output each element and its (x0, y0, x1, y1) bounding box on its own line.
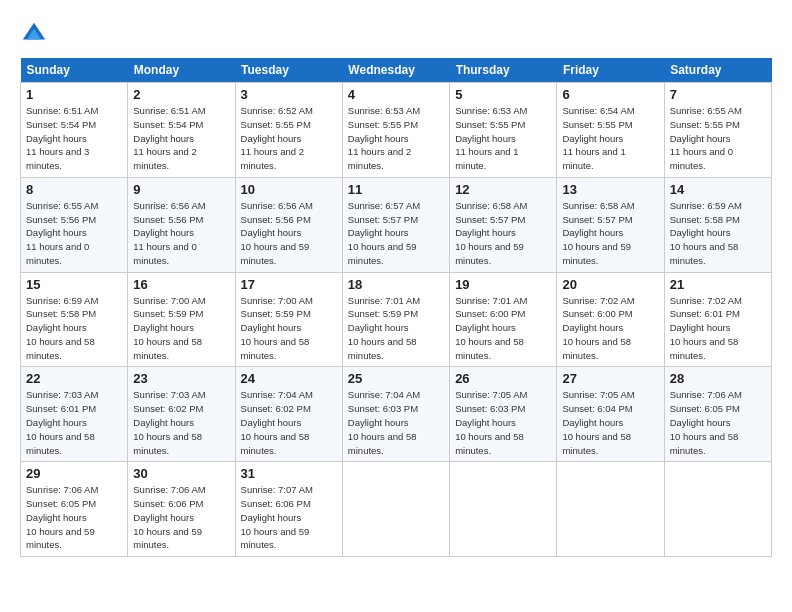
calendar-cell: 28 Sunrise: 7:06 AM Sunset: 6:05 PM Dayl… (664, 367, 771, 462)
day-info: Sunrise: 6:54 AM Sunset: 5:55 PM Dayligh… (562, 104, 658, 173)
day-number: 16 (133, 277, 229, 292)
day-number: 5 (455, 87, 551, 102)
day-number: 9 (133, 182, 229, 197)
calendar-cell (450, 462, 557, 557)
day-number: 27 (562, 371, 658, 386)
calendar-cell: 27 Sunrise: 7:05 AM Sunset: 6:04 PM Dayl… (557, 367, 664, 462)
day-info: Sunrise: 7:02 AM Sunset: 6:00 PM Dayligh… (562, 294, 658, 363)
calendar-cell: 31 Sunrise: 7:07 AM Sunset: 6:06 PM Dayl… (235, 462, 342, 557)
calendar-week-row: 29 Sunrise: 7:06 AM Sunset: 6:05 PM Dayl… (21, 462, 772, 557)
calendar-cell: 15 Sunrise: 6:59 AM Sunset: 5:58 PM Dayl… (21, 272, 128, 367)
day-number: 13 (562, 182, 658, 197)
day-number: 4 (348, 87, 444, 102)
calendar-cell: 26 Sunrise: 7:05 AM Sunset: 6:03 PM Dayl… (450, 367, 557, 462)
day-number: 28 (670, 371, 766, 386)
day-info: Sunrise: 7:01 AM Sunset: 5:59 PM Dayligh… (348, 294, 444, 363)
day-number: 18 (348, 277, 444, 292)
day-info: Sunrise: 7:00 AM Sunset: 5:59 PM Dayligh… (133, 294, 229, 363)
calendar-cell (342, 462, 449, 557)
day-info: Sunrise: 7:06 AM Sunset: 6:05 PM Dayligh… (670, 388, 766, 457)
day-info: Sunrise: 7:05 AM Sunset: 6:04 PM Dayligh… (562, 388, 658, 457)
calendar-table: SundayMondayTuesdayWednesdayThursdayFrid… (20, 58, 772, 557)
day-number: 21 (670, 277, 766, 292)
day-number: 17 (241, 277, 337, 292)
day-info: Sunrise: 7:05 AM Sunset: 6:03 PM Dayligh… (455, 388, 551, 457)
header-sunday: Sunday (21, 58, 128, 83)
calendar-cell: 5 Sunrise: 6:53 AM Sunset: 5:55 PM Dayli… (450, 83, 557, 178)
day-info: Sunrise: 6:56 AM Sunset: 5:56 PM Dayligh… (133, 199, 229, 268)
day-info: Sunrise: 7:02 AM Sunset: 6:01 PM Dayligh… (670, 294, 766, 363)
calendar-cell: 23 Sunrise: 7:03 AM Sunset: 6:02 PM Dayl… (128, 367, 235, 462)
day-number: 10 (241, 182, 337, 197)
calendar-cell: 17 Sunrise: 7:00 AM Sunset: 5:59 PM Dayl… (235, 272, 342, 367)
day-number: 19 (455, 277, 551, 292)
calendar-cell: 29 Sunrise: 7:06 AM Sunset: 6:05 PM Dayl… (21, 462, 128, 557)
calendar-cell: 19 Sunrise: 7:01 AM Sunset: 6:00 PM Dayl… (450, 272, 557, 367)
day-info: Sunrise: 6:58 AM Sunset: 5:57 PM Dayligh… (455, 199, 551, 268)
day-info: Sunrise: 7:00 AM Sunset: 5:59 PM Dayligh… (241, 294, 337, 363)
day-number: 24 (241, 371, 337, 386)
day-info: Sunrise: 7:04 AM Sunset: 6:03 PM Dayligh… (348, 388, 444, 457)
day-info: Sunrise: 6:56 AM Sunset: 5:56 PM Dayligh… (241, 199, 337, 268)
day-info: Sunrise: 6:51 AM Sunset: 5:54 PM Dayligh… (133, 104, 229, 173)
day-info: Sunrise: 7:01 AM Sunset: 6:00 PM Dayligh… (455, 294, 551, 363)
day-number: 7 (670, 87, 766, 102)
calendar-cell: 3 Sunrise: 6:52 AM Sunset: 5:55 PM Dayli… (235, 83, 342, 178)
calendar-cell (557, 462, 664, 557)
header-tuesday: Tuesday (235, 58, 342, 83)
calendar-week-row: 15 Sunrise: 6:59 AM Sunset: 5:58 PM Dayl… (21, 272, 772, 367)
day-number: 26 (455, 371, 551, 386)
calendar-cell: 9 Sunrise: 6:56 AM Sunset: 5:56 PM Dayli… (128, 177, 235, 272)
day-info: Sunrise: 6:55 AM Sunset: 5:56 PM Dayligh… (26, 199, 122, 268)
day-info: Sunrise: 7:06 AM Sunset: 6:06 PM Dayligh… (133, 483, 229, 552)
calendar-cell: 11 Sunrise: 6:57 AM Sunset: 5:57 PM Dayl… (342, 177, 449, 272)
day-number: 22 (26, 371, 122, 386)
logo (20, 20, 52, 48)
calendar-cell: 21 Sunrise: 7:02 AM Sunset: 6:01 PM Dayl… (664, 272, 771, 367)
calendar-cell: 4 Sunrise: 6:53 AM Sunset: 5:55 PM Dayli… (342, 83, 449, 178)
day-number: 31 (241, 466, 337, 481)
day-info: Sunrise: 7:06 AM Sunset: 6:05 PM Dayligh… (26, 483, 122, 552)
logo-icon (20, 20, 48, 48)
day-info: Sunrise: 6:53 AM Sunset: 5:55 PM Dayligh… (455, 104, 551, 173)
calendar-cell: 8 Sunrise: 6:55 AM Sunset: 5:56 PM Dayli… (21, 177, 128, 272)
calendar-cell (664, 462, 771, 557)
calendar-week-row: 22 Sunrise: 7:03 AM Sunset: 6:01 PM Dayl… (21, 367, 772, 462)
calendar-cell: 12 Sunrise: 6:58 AM Sunset: 5:57 PM Dayl… (450, 177, 557, 272)
day-info: Sunrise: 6:57 AM Sunset: 5:57 PM Dayligh… (348, 199, 444, 268)
calendar-cell: 1 Sunrise: 6:51 AM Sunset: 5:54 PM Dayli… (21, 83, 128, 178)
day-info: Sunrise: 7:03 AM Sunset: 6:02 PM Dayligh… (133, 388, 229, 457)
header (20, 20, 772, 48)
calendar-cell: 25 Sunrise: 7:04 AM Sunset: 6:03 PM Dayl… (342, 367, 449, 462)
day-info: Sunrise: 6:53 AM Sunset: 5:55 PM Dayligh… (348, 104, 444, 173)
day-info: Sunrise: 7:04 AM Sunset: 6:02 PM Dayligh… (241, 388, 337, 457)
day-number: 25 (348, 371, 444, 386)
day-number: 6 (562, 87, 658, 102)
calendar-cell: 7 Sunrise: 6:55 AM Sunset: 5:55 PM Dayli… (664, 83, 771, 178)
calendar-week-row: 1 Sunrise: 6:51 AM Sunset: 5:54 PM Dayli… (21, 83, 772, 178)
day-number: 3 (241, 87, 337, 102)
calendar-cell: 18 Sunrise: 7:01 AM Sunset: 5:59 PM Dayl… (342, 272, 449, 367)
day-number: 23 (133, 371, 229, 386)
day-info: Sunrise: 6:52 AM Sunset: 5:55 PM Dayligh… (241, 104, 337, 173)
day-info: Sunrise: 7:03 AM Sunset: 6:01 PM Dayligh… (26, 388, 122, 457)
day-number: 15 (26, 277, 122, 292)
day-number: 30 (133, 466, 229, 481)
calendar-cell: 14 Sunrise: 6:59 AM Sunset: 5:58 PM Dayl… (664, 177, 771, 272)
calendar-cell: 22 Sunrise: 7:03 AM Sunset: 6:01 PM Dayl… (21, 367, 128, 462)
calendar-cell: 2 Sunrise: 6:51 AM Sunset: 5:54 PM Dayli… (128, 83, 235, 178)
header-wednesday: Wednesday (342, 58, 449, 83)
calendar-cell: 10 Sunrise: 6:56 AM Sunset: 5:56 PM Dayl… (235, 177, 342, 272)
day-info: Sunrise: 6:59 AM Sunset: 5:58 PM Dayligh… (26, 294, 122, 363)
header-saturday: Saturday (664, 58, 771, 83)
calendar-week-row: 8 Sunrise: 6:55 AM Sunset: 5:56 PM Dayli… (21, 177, 772, 272)
header-friday: Friday (557, 58, 664, 83)
calendar-cell: 16 Sunrise: 7:00 AM Sunset: 5:59 PM Dayl… (128, 272, 235, 367)
day-number: 2 (133, 87, 229, 102)
header-monday: Monday (128, 58, 235, 83)
calendar-cell: 13 Sunrise: 6:58 AM Sunset: 5:57 PM Dayl… (557, 177, 664, 272)
day-number: 29 (26, 466, 122, 481)
day-info: Sunrise: 6:51 AM Sunset: 5:54 PM Dayligh… (26, 104, 122, 173)
calendar-header-row: SundayMondayTuesdayWednesdayThursdayFrid… (21, 58, 772, 83)
header-thursday: Thursday (450, 58, 557, 83)
